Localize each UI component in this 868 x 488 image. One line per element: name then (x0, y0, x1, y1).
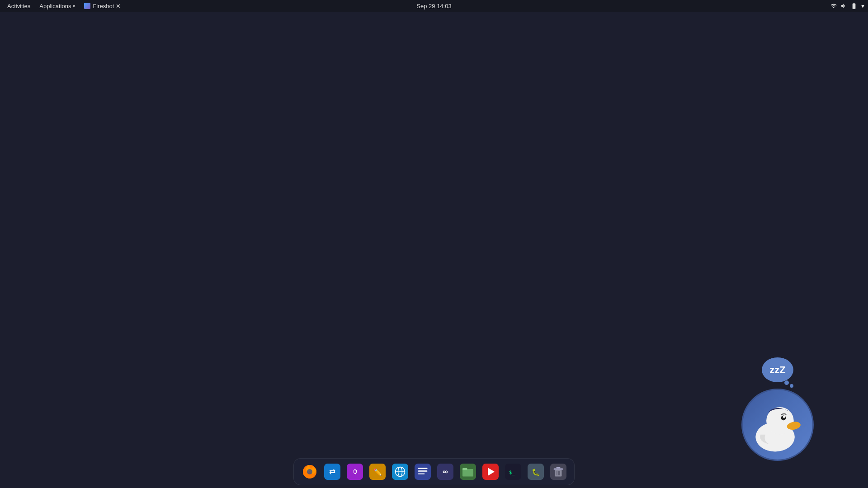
svg-point-4 (783, 416, 785, 418)
dock-item-firefox[interactable] (299, 461, 320, 482)
ddg-mascot[interactable]: zzZ (741, 357, 814, 461)
svg-point-1 (766, 407, 794, 435)
ddg-circle[interactable] (741, 389, 814, 461)
topbar-datetime: Sep 29 14:03 (416, 3, 451, 9)
svg-rect-34 (554, 469, 563, 470)
dock-item-files[interactable] (458, 461, 478, 482)
duck-svg (748, 395, 807, 454)
dock: ⇄ 🎙 ✏️ (293, 458, 575, 485)
dock-item-infinity[interactable]: ∞ (435, 461, 456, 482)
dock-item-texteditor[interactable] (412, 461, 433, 482)
active-app: Fireshot ✕ (80, 2, 124, 10)
dock-item-remixer[interactable]: ⇄ (322, 461, 343, 482)
volume-icon[interactable] (840, 3, 847, 9)
svg-rect-25 (462, 468, 467, 470)
active-app-icon (84, 3, 90, 9)
dock-item-drawing[interactable]: ✏️ (367, 461, 388, 482)
dock-item-debug[interactable]: 🐛 (525, 461, 546, 482)
desktop: zzZ (0, 12, 868, 488)
applications-chevron: ▾ (73, 4, 75, 9)
activities-button[interactable]: Activities (4, 2, 34, 10)
applications-label: Applications (39, 3, 71, 9)
zzz-text: zzZ (769, 364, 785, 376)
svg-rect-18 (418, 468, 428, 469)
dock-item-webbrowser[interactable] (390, 461, 410, 482)
svg-text:∞: ∞ (443, 467, 448, 475)
applications-button[interactable]: Applications ▾ (36, 2, 79, 10)
svg-rect-19 (418, 470, 428, 472)
dock-item-playstore[interactable] (480, 461, 501, 482)
dock-item-terminal[interactable]: $_ (503, 461, 524, 482)
dock-item-podcast[interactable]: 🎙 (344, 461, 365, 482)
system-menu-button[interactable]: ▾ (861, 2, 864, 9)
zzz-bubble: zzZ (762, 357, 793, 382)
topbar: Activities Applications ▾ Fireshot ✕ Sep… (0, 0, 868, 12)
svg-text:⇄: ⇄ (329, 468, 335, 476)
activities-label: Activities (7, 3, 30, 9)
svg-rect-35 (557, 467, 561, 469)
active-app-label: Fireshot ✕ (93, 3, 121, 9)
svg-point-6 (307, 469, 312, 474)
svg-text:🐛: 🐛 (532, 468, 540, 476)
wifi-icon[interactable] (830, 3, 837, 9)
topbar-left: Activities Applications ▾ Fireshot ✕ (4, 2, 124, 10)
svg-rect-24 (462, 469, 473, 477)
topbar-right: ▾ (830, 2, 864, 9)
svg-rect-20 (418, 473, 425, 474)
dock-item-trash[interactable] (548, 461, 569, 482)
svg-text:✏️: ✏️ (373, 468, 382, 476)
zzz-dot (790, 384, 793, 388)
battery-icon[interactable] (850, 2, 858, 9)
svg-text:🎙: 🎙 (352, 468, 359, 476)
svg-text:$_: $_ (509, 469, 515, 475)
